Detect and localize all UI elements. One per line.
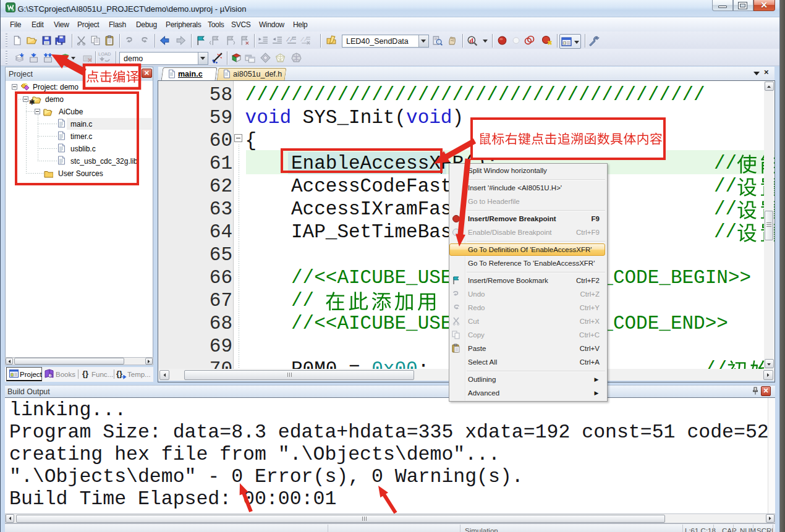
svg-text:5: 5 <box>12 8 14 12</box>
svg-text:LOAD: LOAD <box>98 51 111 57</box>
svg-text:d: d <box>470 36 474 44</box>
svg-text:?: ? <box>49 373 52 378</box>
